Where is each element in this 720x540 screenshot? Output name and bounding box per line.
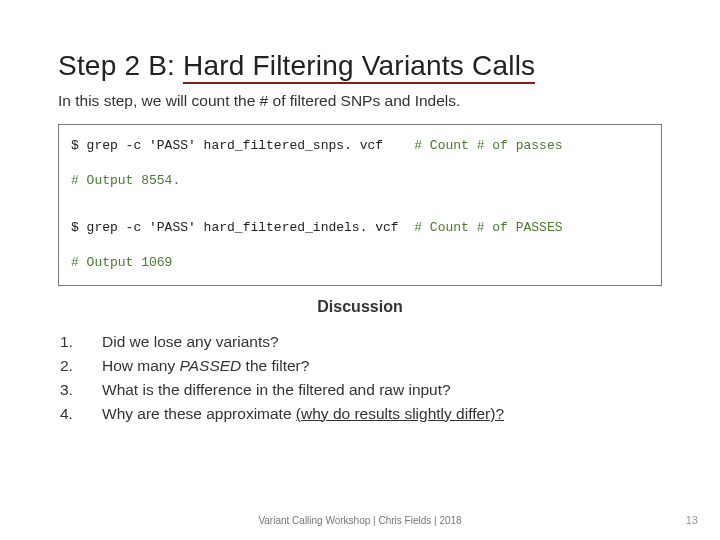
question-4: Why are these approximate (why do result… bbox=[102, 402, 504, 426]
question-3: What is the difference in the filtered a… bbox=[102, 378, 504, 402]
question-items: Did we lose any variants? How many PASSE… bbox=[102, 330, 504, 426]
discussion-header: Discussion bbox=[58, 298, 662, 316]
code-cmd-2: $ grep -c 'PASS' hard_filtered_indels. v… bbox=[71, 220, 414, 235]
code-gap bbox=[71, 240, 649, 252]
qnum-2: 2. bbox=[60, 354, 84, 378]
q2-part-b: PASSED bbox=[180, 357, 242, 374]
question-numbers: 1. 2. 3. 4. bbox=[58, 330, 84, 426]
code-gap bbox=[71, 158, 649, 170]
qnum-3: 3. bbox=[60, 378, 84, 402]
q2-part-c: the filter? bbox=[241, 357, 309, 374]
question-list: 1. 2. 3. 4. Did we lose any variants? Ho… bbox=[58, 330, 662, 426]
q4-part-b: (why do results slightly differ)? bbox=[296, 405, 504, 422]
slide-title: Step 2 B: Hard Filtering Variants Calls bbox=[58, 50, 662, 82]
code-line-1: $ grep -c 'PASS' hard_filtered_snps. vcf… bbox=[71, 138, 649, 155]
question-2: How many PASSED the filter? bbox=[102, 354, 504, 378]
code-block: $ grep -c 'PASS' hard_filtered_snps. vcf… bbox=[58, 124, 662, 286]
code-output-1: # Output 8554. bbox=[71, 173, 649, 190]
q2-part-a: How many bbox=[102, 357, 180, 374]
page-number: 13 bbox=[686, 514, 698, 526]
code-output-2: # Output 1069 bbox=[71, 255, 649, 272]
code-cmd-1: $ grep -c 'PASS' hard_filtered_snps. vcf bbox=[71, 138, 414, 153]
code-comment-2: # Count # of PASSES bbox=[414, 220, 562, 235]
slide-subtitle: In this step, we will count the # of fil… bbox=[58, 92, 662, 110]
code-gap bbox=[71, 193, 649, 205]
title-prefix: Step 2 B: bbox=[58, 50, 183, 81]
code-gap bbox=[71, 205, 649, 217]
qnum-1: 1. bbox=[60, 330, 84, 354]
code-comment-1: # Count # of passes bbox=[414, 138, 562, 153]
code-line-2: $ grep -c 'PASS' hard_filtered_indels. v… bbox=[71, 220, 649, 237]
q4-part-a: Why are these approximate bbox=[102, 405, 296, 422]
slide-footer: Variant Calling Workshop | Chris Fields … bbox=[0, 515, 720, 526]
qnum-4: 4. bbox=[60, 402, 84, 426]
title-underlined: Hard Filtering Variants Calls bbox=[183, 50, 535, 84]
question-1: Did we lose any variants? bbox=[102, 330, 504, 354]
